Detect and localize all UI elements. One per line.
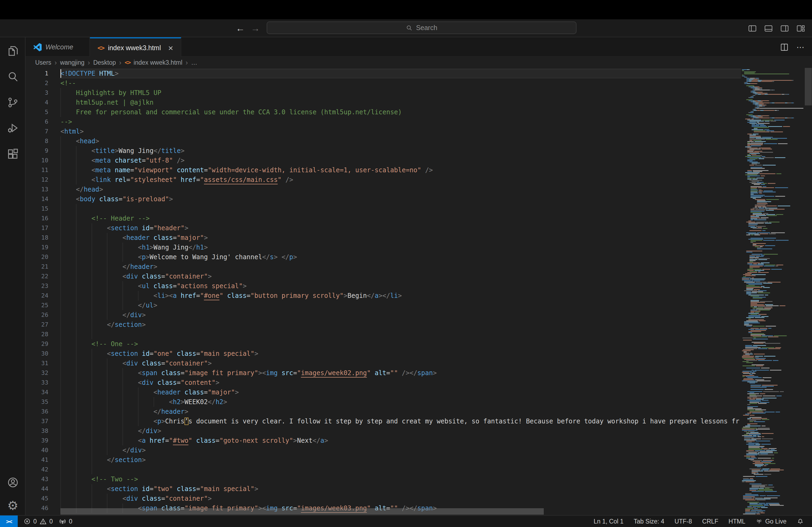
line-number[interactable]: 12 <box>26 175 48 185</box>
code-line[interactable]: 33<div class="content"> <box>26 378 812 388</box>
code-line[interactable]: 23<ul class="actions special"> <box>26 281 812 291</box>
line-number[interactable]: 6 <box>26 117 48 127</box>
line-number[interactable]: 5 <box>26 107 48 117</box>
code-line[interactable]: 37<p>Chris’s document is very clear. I f… <box>26 417 812 426</box>
tab-size[interactable]: Tab Size: 4 <box>634 518 664 525</box>
code-line[interactable]: 5Free for personal and commercial use un… <box>26 107 812 117</box>
tab-close-icon[interactable]: × <box>168 44 173 52</box>
breadcrumb-item[interactable]: Users <box>35 59 51 66</box>
run-debug-icon[interactable] <box>0 119 26 138</box>
language-mode[interactable]: HTML <box>728 518 745 525</box>
code-line[interactable]: 16<!-- Header --> <box>26 214 812 223</box>
code-line[interactable]: 10<meta charset="utf-8" /> <box>26 156 812 165</box>
line-number[interactable]: 39 <box>26 436 48 446</box>
line-number[interactable]: 9 <box>26 146 48 156</box>
code-line[interactable]: 21</header> <box>26 262 812 272</box>
code-line[interactable]: 13</head> <box>26 185 812 194</box>
code-line[interactable]: 41</section> <box>26 455 812 465</box>
code-line[interactable]: 35<h2>WEEK02</h2> <box>26 397 812 407</box>
go-live-button[interactable]: Go Live <box>756 518 786 525</box>
line-number[interactable]: 38 <box>26 426 48 436</box>
code-line[interactable]: 1<!DOCTYPE HTML> <box>26 69 812 78</box>
line-number[interactable]: 30 <box>26 349 48 359</box>
code-line[interactable]: 3Highlights by HTML5 UP <box>26 88 812 98</box>
code-line[interactable]: 11<meta name="viewport" content="width=d… <box>26 165 812 175</box>
line-number[interactable]: 32 <box>26 368 48 378</box>
more-actions-icon[interactable]: ⋯ <box>796 42 805 52</box>
breadcrumb-item[interactable]: wangjing <box>60 59 85 66</box>
cursor-position[interactable]: Ln 1, Col 1 <box>594 518 624 525</box>
code-line[interactable]: 6--> <box>26 117 812 127</box>
line-number[interactable]: 35 <box>26 397 48 407</box>
code-line[interactable]: 15 <box>26 204 812 214</box>
toggle-panel-icon[interactable] <box>764 25 773 32</box>
settings-gear-icon[interactable]: ⚙ <box>0 496 26 515</box>
code-line[interactable]: 14<body class="is-preload"> <box>26 194 812 204</box>
line-number[interactable]: 7 <box>26 127 48 136</box>
search-panel-icon[interactable] <box>0 67 26 86</box>
line-number[interactable]: 26 <box>26 310 48 320</box>
horizontal-scrollbar-thumb[interactable] <box>60 508 544 515</box>
line-number[interactable]: 46 <box>26 503 48 513</box>
history-back-button[interactable]: ← <box>236 19 245 37</box>
line-number[interactable]: 28 <box>26 330 48 339</box>
code-line[interactable]: 38</div> <box>26 426 812 436</box>
code-line[interactable]: 29<!-- One --> <box>26 339 812 349</box>
line-number[interactable]: 24 <box>26 291 48 301</box>
code-line[interactable]: 20<p>Welcome to Wang Jing' channel</s> <… <box>26 252 812 262</box>
toggle-sidebar-icon[interactable] <box>748 25 757 32</box>
line-number[interactable]: 34 <box>26 388 48 397</box>
line-number[interactable]: 16 <box>26 214 48 223</box>
code-line[interactable]: 26</div> <box>26 310 812 320</box>
line-number[interactable]: 10 <box>26 156 48 165</box>
code-line[interactable]: 25</ul> <box>26 301 812 310</box>
code-line[interactable]: 2<!-- <box>26 78 812 88</box>
notifications-bell-icon[interactable] <box>797 518 804 525</box>
line-number[interactable]: 17 <box>26 223 48 233</box>
line-number[interactable]: 2 <box>26 78 48 88</box>
line-number[interactable]: 22 <box>26 272 48 281</box>
line-number[interactable]: 36 <box>26 407 48 417</box>
line-number[interactable]: 8 <box>26 136 48 146</box>
line-number[interactable]: 23 <box>26 281 48 291</box>
code-line[interactable]: 8<head> <box>26 136 812 146</box>
code-line[interactable]: 39<a href="#two" class="goto-next scroll… <box>26 436 812 446</box>
line-number[interactable]: 21 <box>26 262 48 272</box>
code-line[interactable]: 27</section> <box>26 320 812 330</box>
code-line[interactable]: 12<link rel="stylesheet" href="assets/cs… <box>26 175 812 185</box>
code-line[interactable]: 45<div class="container"> <box>26 494 812 503</box>
line-number[interactable]: 37 <box>26 417 48 426</box>
code-line[interactable]: 19<h1>Wang Jing</h1> <box>26 243 812 252</box>
line-number[interactable]: 41 <box>26 455 48 465</box>
code-line[interactable]: 24<li><a href="#one" class="button prima… <box>26 291 812 301</box>
search-command-center[interactable]: Search <box>267 21 577 34</box>
line-number[interactable]: 45 <box>26 494 48 503</box>
breadcrumb-item[interactable]: Desktop <box>93 59 116 66</box>
code-editor[interactable]: 1<!DOCTYPE HTML>2<!--3Highlights by HTML… <box>26 68 812 515</box>
line-number[interactable]: 20 <box>26 252 48 262</box>
line-number[interactable]: 43 <box>26 475 48 484</box>
code-line[interactable]: 40</div> <box>26 446 812 455</box>
breadcrumb-item[interactable]: index wwek3.html <box>134 59 183 66</box>
code-line[interactable]: 7<html> <box>26 127 812 136</box>
tab-welcome[interactable]: Welcome <box>26 37 90 57</box>
line-number[interactable]: 25 <box>26 301 48 310</box>
line-number[interactable]: 18 <box>26 233 48 243</box>
line-number[interactable]: 19 <box>26 243 48 252</box>
split-editor-icon[interactable] <box>780 43 788 51</box>
explorer-icon[interactable] <box>0 41 26 61</box>
breadcrumb-item[interactable]: … <box>191 59 197 66</box>
remote-indicator[interactable]: >< <box>0 515 18 527</box>
line-number[interactable]: 31 <box>26 359 48 368</box>
toggle-secondary-sidebar-icon[interactable] <box>780 25 789 32</box>
encoding[interactable]: UTF-8 <box>675 518 692 525</box>
history-forward-button[interactable]: → <box>251 19 260 37</box>
problems-status[interactable]: 0 0 <box>24 518 53 525</box>
code-line[interactable]: 17<section id="header"> <box>26 223 812 233</box>
code-line[interactable]: 44<section id="two" class="main special"… <box>26 484 812 494</box>
code-line[interactable]: 36</header> <box>26 407 812 417</box>
line-number[interactable]: 27 <box>26 320 48 330</box>
code-line[interactable]: 32<span class="image fit primary"><img s… <box>26 368 812 378</box>
code-line[interactable]: 28 <box>26 330 812 339</box>
line-number[interactable]: 11 <box>26 165 48 175</box>
